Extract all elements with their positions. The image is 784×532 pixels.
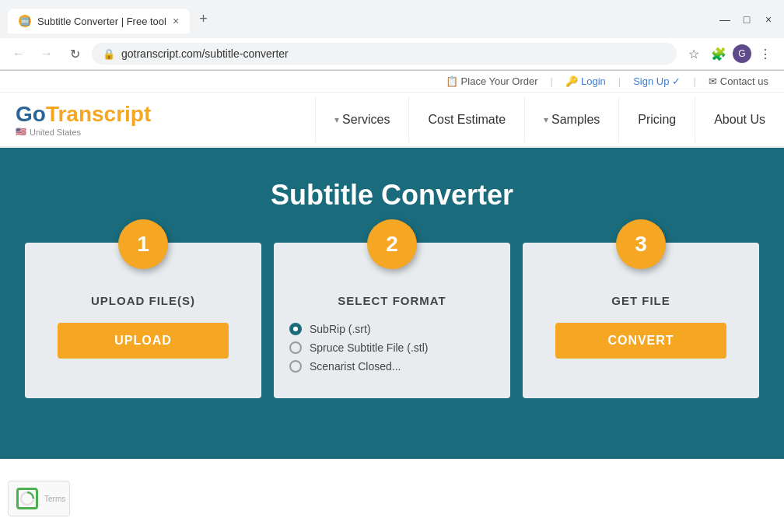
step-get-file: 3 GET FILE CONVERT bbox=[523, 243, 759, 398]
chevron-down-icon-2: ▾ bbox=[544, 114, 548, 125]
back-button[interactable]: ← bbox=[8, 43, 30, 65]
divider2: | bbox=[618, 75, 621, 87]
minimize-button[interactable]: — bbox=[717, 12, 733, 27]
main-content: Subtitle Converter 1 UPLOAD FILE(S) UPLO… bbox=[0, 148, 784, 459]
upload-button[interactable]: UPLOAD bbox=[58, 323, 229, 359]
tab-title: Subtitle Converter | Free tool bbox=[37, 16, 166, 27]
format-option-stl[interactable]: Spruce Subtitle File (.stl) bbox=[289, 341, 495, 354]
window-controls: — □ × bbox=[717, 12, 776, 27]
nav-item-pricing[interactable]: Pricing bbox=[618, 97, 695, 142]
nav-items: ▾ Services Cost Estimate ▾ Samples Prici… bbox=[315, 97, 784, 142]
tab-favicon: 🔤 bbox=[19, 15, 31, 27]
step-2-content: SubRip (.srt) Spruce Subtitle File (.stl… bbox=[274, 323, 510, 388]
steps-container: 1 UPLOAD FILE(S) UPLOAD 2 SELECT FORMAT … bbox=[19, 243, 765, 398]
site-nav: GoTranscript 🇺🇸 United States ▾ Services… bbox=[0, 93, 784, 148]
radio-srt[interactable] bbox=[289, 323, 302, 335]
step-1-number: 1 bbox=[118, 219, 168, 269]
step-2-number: 2 bbox=[367, 219, 417, 269]
site-header-top: 📋 Place Your Order | 🔑 Login | Sign Up ✓… bbox=[0, 71, 784, 93]
nav-item-samples[interactable]: ▾ Samples bbox=[524, 97, 618, 142]
site-logo[interactable]: GoTranscript 🇺🇸 United States bbox=[0, 93, 166, 146]
flag-icon: 🇺🇸 bbox=[16, 127, 26, 137]
check-icon: ✓ bbox=[672, 75, 681, 87]
step-1-content: UPLOAD bbox=[25, 323, 261, 374]
cart-icon: 📋 bbox=[446, 75, 458, 87]
step-upload: 1 UPLOAD FILE(S) UPLOAD bbox=[25, 243, 261, 398]
radio-scenarist[interactable] bbox=[289, 360, 302, 373]
browser-toolbar-icons: ☆ 🧩 G ⋮ bbox=[683, 43, 776, 65]
lock-icon: 🔒 bbox=[103, 48, 115, 60]
format-label-scenarist: Scenarist Closed... bbox=[310, 360, 401, 373]
maximize-button[interactable]: □ bbox=[739, 12, 754, 27]
address-text: gotranscript.com/subtitle-converter bbox=[121, 47, 289, 60]
page-title: Subtitle Converter bbox=[271, 179, 513, 212]
divider3: | bbox=[693, 75, 695, 87]
extensions-icon[interactable]: 🧩 bbox=[708, 43, 730, 65]
login-link[interactable]: 🔑 Login bbox=[565, 75, 606, 87]
radio-stl[interactable] bbox=[289, 341, 302, 354]
logo-country: 🇺🇸 United States bbox=[16, 127, 81, 137]
format-label-stl: Spruce Subtitle File (.stl) bbox=[310, 341, 429, 354]
logo-go: Go bbox=[16, 102, 46, 126]
bookmark-icon[interactable]: ☆ bbox=[683, 43, 705, 65]
key-icon: 🔑 bbox=[565, 75, 578, 87]
browser-titlebar: 🔤 Subtitle Converter | Free tool × + — □… bbox=[0, 0, 784, 38]
tab-close-button[interactable]: × bbox=[173, 15, 179, 27]
chevron-down-icon: ▾ bbox=[334, 114, 339, 125]
website: 📋 Place Your Order | 🔑 Login | Sign Up ✓… bbox=[0, 71, 784, 459]
nav-item-about[interactable]: About Us bbox=[695, 97, 784, 142]
step-format: 2 SELECT FORMAT SubRip (.srt) Spruce Sub… bbox=[274, 243, 510, 398]
nav-item-services[interactable]: ▾ Services bbox=[315, 97, 408, 142]
divider: | bbox=[551, 75, 553, 87]
signup-link[interactable]: Sign Up ✓ bbox=[633, 75, 681, 87]
place-order-link[interactable]: 📋 Place Your Order bbox=[446, 75, 538, 87]
format-label-srt: SubRip (.srt) bbox=[310, 323, 371, 335]
browser-addressbar: ← → ↻ 🔒 gotranscript.com/subtitle-conver… bbox=[0, 38, 784, 70]
reload-button[interactable]: ↻ bbox=[64, 43, 86, 65]
format-option-scenarist[interactable]: Scenarist Closed... bbox=[289, 360, 495, 373]
step-3-number: 3 bbox=[616, 219, 666, 269]
step-3-content: CONVERT bbox=[523, 323, 759, 374]
format-option-srt[interactable]: SubRip (.srt) bbox=[289, 323, 495, 335]
menu-icon[interactable]: ⋮ bbox=[754, 43, 776, 65]
close-button[interactable]: × bbox=[761, 12, 776, 27]
logo-text: GoTranscript bbox=[16, 102, 151, 127]
forward-button[interactable]: → bbox=[36, 43, 58, 65]
browser-chrome: 🔤 Subtitle Converter | Free tool × + — □… bbox=[0, 0, 784, 71]
contact-link[interactable]: ✉ Contact us bbox=[709, 75, 768, 87]
convert-button[interactable]: CONVERT bbox=[555, 323, 726, 359]
active-tab[interactable]: 🔤 Subtitle Converter | Free tool × bbox=[8, 9, 190, 33]
address-bar[interactable]: 🔒 gotranscript.com/subtitle-converter bbox=[92, 43, 677, 65]
profile-icon[interactable]: G bbox=[733, 44, 751, 63]
new-tab-button[interactable]: + bbox=[190, 5, 217, 33]
logo-transcript: Transcript bbox=[46, 102, 151, 126]
step-2-title: SELECT FORMAT bbox=[330, 282, 453, 323]
tab-bar: 🔤 Subtitle Converter | Free tool × + bbox=[8, 5, 712, 33]
nav-item-cost-estimate[interactable]: Cost Estimate bbox=[408, 97, 524, 142]
step-1-title: UPLOAD FILE(S) bbox=[83, 282, 203, 323]
format-list: SubRip (.srt) Spruce Subtitle File (.stl… bbox=[289, 323, 495, 373]
step-3-title: GET FILE bbox=[604, 282, 678, 323]
mail-icon: ✉ bbox=[709, 75, 717, 87]
